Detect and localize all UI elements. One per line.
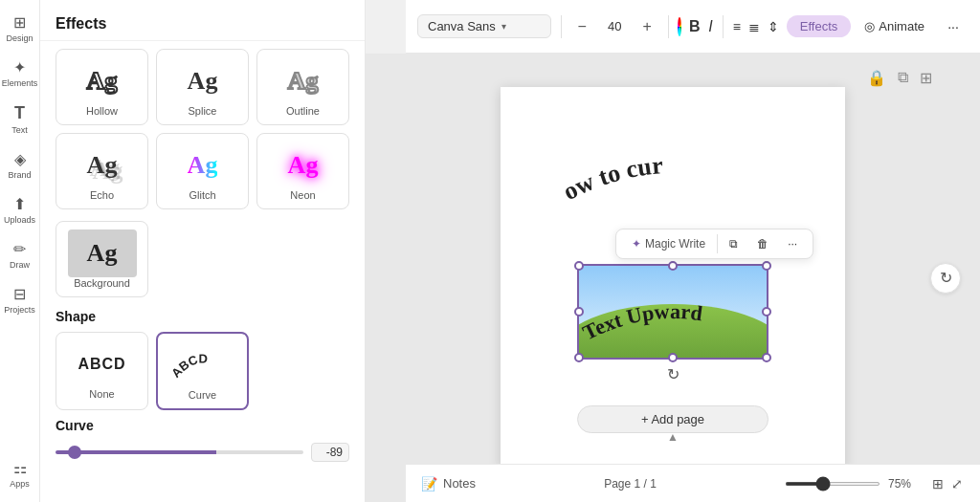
handle-top-left[interactable] bbox=[574, 261, 584, 271]
copy-element-button[interactable]: ⧉ bbox=[722, 233, 746, 254]
effect-preview-outline: Ag bbox=[269, 57, 338, 105]
sidebar-item-draw[interactable]: ✏ Draw bbox=[2, 234, 38, 275]
notes-label: Notes bbox=[443, 476, 476, 491]
effects-scroll-area[interactable]: Ag Hollow Ag Splice Ag Outline Ag bbox=[40, 41, 365, 502]
shape-card-curve[interactable]: ABCD Curve bbox=[156, 332, 249, 410]
add-page-button[interactable]: + Add page bbox=[577, 405, 768, 433]
zoom-slider[interactable] bbox=[785, 482, 880, 486]
effect-preview-hollow: Ag bbox=[68, 57, 137, 105]
curve-section-title: Curve bbox=[56, 418, 349, 433]
text-color-picker[interactable] bbox=[678, 17, 681, 36]
effect-card-splice[interactable]: Ag Splice bbox=[156, 49, 249, 125]
apps-icon: ⚏ bbox=[13, 459, 27, 477]
delete-icon: 🗑 bbox=[757, 237, 768, 251]
effect-preview-echo: Ag Ag Ag bbox=[68, 142, 137, 189]
effect-card-glitch[interactable]: Ag Glitch bbox=[156, 133, 249, 209]
align-button[interactable]: ≡ bbox=[733, 11, 741, 42]
elements-icon: ✦ bbox=[13, 58, 26, 76]
grid-view-button[interactable]: ⊞ bbox=[930, 474, 946, 493]
list-button[interactable]: ≣ bbox=[748, 11, 760, 42]
partial-arc-text: ow to cur bbox=[539, 140, 807, 220]
notes-button[interactable]: 📝 Notes bbox=[421, 476, 476, 491]
text-icon: T bbox=[14, 103, 25, 123]
curve-section: Curve -89 bbox=[56, 418, 349, 462]
sidebar-item-apps[interactable]: ⚏ Apps bbox=[2, 453, 38, 494]
effect-card-neon[interactable]: Ag Neon bbox=[256, 133, 349, 209]
handle-bottom-left[interactable] bbox=[574, 353, 584, 362]
effect-card-outline[interactable]: Ag Outline bbox=[256, 49, 349, 125]
font-size-input[interactable] bbox=[597, 19, 632, 33]
sidebar-item-uploads[interactable]: ⬆ Uploads bbox=[2, 189, 38, 230]
font-size-increase-button[interactable]: + bbox=[635, 15, 658, 38]
fullscreen-icon: ⤢ bbox=[951, 476, 963, 491]
sidebar-item-brand-label: Brand bbox=[8, 170, 31, 180]
curve-slider-row: -89 bbox=[56, 443, 349, 462]
more-options-button[interactable]: ··· bbox=[938, 11, 969, 42]
effects-button[interactable]: Effects bbox=[787, 15, 852, 37]
effect-preview-neon: Ag bbox=[269, 142, 338, 189]
design-icon: ⊞ bbox=[13, 13, 26, 32]
grid-icon: ⊞ bbox=[932, 476, 944, 491]
shape-preview-none: ABCD bbox=[68, 340, 137, 388]
handle-middle-left[interactable] bbox=[574, 307, 584, 316]
floating-toolbar-divider bbox=[717, 234, 718, 253]
handle-bottom-right[interactable] bbox=[762, 353, 771, 362]
sidebar-item-elements-label: Elements bbox=[2, 78, 38, 88]
page-info: Page 1 / 1 bbox=[604, 477, 657, 491]
lock-icon[interactable]: 🔒 bbox=[867, 69, 886, 87]
curve-slider[interactable] bbox=[56, 450, 303, 454]
sidebar-item-text-label: Text bbox=[11, 125, 28, 135]
sidebar-item-elements[interactable]: ✦ Elements bbox=[2, 53, 38, 94]
effect-label-glitch: Glitch bbox=[189, 189, 215, 201]
spacing-button[interactable]: ⇕ bbox=[768, 11, 779, 42]
shape-grid: ABCD None ABCD Curve bbox=[56, 332, 349, 410]
bottom-bar: 📝 Notes Page 1 / 1 75% ⊞ ⤢ bbox=[406, 464, 980, 502]
floating-toolbar: ✦ Magic Write ⧉ 🗑 ··· bbox=[615, 229, 813, 259]
view-buttons: ⊞ ⤢ bbox=[930, 474, 965, 493]
effect-card-background[interactable]: Ag Background bbox=[56, 221, 148, 297]
effect-preview-glitch: Ag bbox=[168, 142, 237, 189]
handle-bottom-middle[interactable] bbox=[668, 353, 678, 362]
delete-element-button[interactable]: 🗑 bbox=[749, 233, 776, 254]
curved-text-svg: Text Upward bbox=[579, 266, 767, 358]
rotate-icon: ↻ bbox=[667, 365, 679, 383]
handle-middle-right[interactable] bbox=[762, 307, 771, 316]
copy-icon: ⧉ bbox=[729, 237, 738, 251]
effect-card-hollow[interactable]: Ag Hollow bbox=[56, 49, 148, 125]
page-top-icons: 🔒 ⧉ ⊞ bbox=[867, 69, 932, 87]
svg-text:ow to cur: ow to cur bbox=[559, 151, 664, 206]
sidebar-item-design[interactable]: ⊞ Design bbox=[2, 8, 38, 49]
zoom-control: 75% bbox=[785, 477, 919, 491]
fullscreen-button[interactable]: ⤢ bbox=[949, 474, 965, 493]
shape-card-none[interactable]: ABCD None bbox=[56, 332, 148, 410]
selected-text-element[interactable]: Text Upward ↻ bbox=[577, 264, 768, 360]
sidebar-nav: ⊞ Design ✦ Elements T Text ◈ Brand ⬆ Upl… bbox=[0, 0, 40, 502]
italic-button[interactable]: I bbox=[708, 11, 714, 42]
duplicate-page-icon[interactable]: ⧉ bbox=[898, 69, 908, 87]
bold-button[interactable]: B bbox=[689, 11, 701, 42]
draw-icon: ✏ bbox=[13, 240, 26, 258]
magic-write-button[interactable]: ✦ Magic Write bbox=[624, 233, 713, 254]
more-element-icon: ··· bbox=[788, 237, 797, 251]
svg-text:Text Upward: Text Upward bbox=[579, 298, 704, 344]
magic-write-label: Magic Write bbox=[645, 237, 705, 251]
spacing-icon: ⇕ bbox=[768, 19, 779, 34]
rotate-handle[interactable]: ↻ bbox=[663, 365, 682, 384]
sidebar-item-apps-label: Apps bbox=[10, 479, 30, 489]
add-page-icon[interactable]: ⊞ bbox=[920, 69, 932, 87]
sidebar-item-brand[interactable]: ◈ Brand bbox=[2, 144, 38, 186]
animate-button[interactable]: ◎ Animate bbox=[855, 15, 934, 37]
effect-card-echo[interactable]: Ag Ag Ag Echo bbox=[56, 133, 148, 209]
more-element-options-button[interactable]: ··· bbox=[780, 233, 805, 254]
effects-panel-title: Effects bbox=[40, 0, 365, 41]
font-size-decrease-button[interactable]: − bbox=[570, 15, 593, 38]
sidebar-item-text[interactable]: T Text bbox=[2, 98, 38, 141]
handle-top-right[interactable] bbox=[762, 261, 771, 271]
sidebar-item-projects[interactable]: ⊟ Projects bbox=[2, 279, 38, 320]
refresh-icon: ↻ bbox=[940, 269, 952, 287]
handle-top-middle[interactable] bbox=[668, 261, 678, 271]
font-family-selector[interactable]: Canva Sans ▾ bbox=[417, 14, 551, 38]
shape-preview-curve: ABCD bbox=[168, 341, 237, 389]
font-family-chevron-icon: ▾ bbox=[501, 21, 506, 32]
refresh-button[interactable]: ↻ bbox=[930, 263, 961, 294]
